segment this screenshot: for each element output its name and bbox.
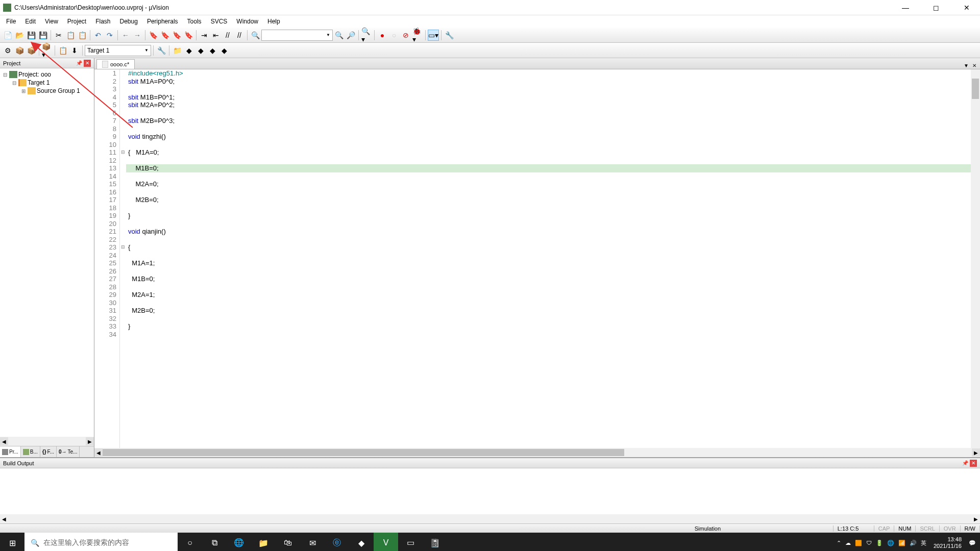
panel-close-icon[interactable]: ✕ <box>84 60 91 67</box>
build-output-text[interactable] <box>0 468 980 514</box>
translate-icon[interactable]: ⚙ <box>2 45 13 56</box>
project-tab-books[interactable]: B... <box>21 446 40 457</box>
menu-help[interactable]: Help <box>263 16 284 27</box>
system-tray[interactable]: ⌃ ☁ 🟧 🛡 🔋 🌐 📶 🔊 英 13:48 2021/11/16 💬 <box>832 536 980 549</box>
nav-fwd-icon[interactable]: → <box>132 30 143 41</box>
uvision-taskbar-icon[interactable]: ▭ <box>398 533 423 551</box>
save-icon[interactable]: 💾 <box>26 30 37 41</box>
tray-network-icon[interactable]: 🌐 <box>887 540 894 546</box>
build-icon[interactable]: 📦 <box>14 45 25 56</box>
tray-wifi-icon[interactable]: 📶 <box>898 540 905 546</box>
task-view-icon[interactable]: ⧉ <box>202 533 227 551</box>
close-button[interactable]: ✕ <box>957 1 977 15</box>
undo-icon[interactable]: ↶ <box>92 30 104 41</box>
source-text[interactable]: #include<reg51.h>sbit M1A=P0^0;sbit M1B=… <box>126 69 971 448</box>
project-tab-templates[interactable]: 0→Te... <box>57 446 80 457</box>
save-all-icon[interactable]: 💾 <box>37 30 48 41</box>
uncomment-icon[interactable]: // <box>234 30 245 41</box>
tray-onedrive-icon[interactable]: ☁ <box>845 540 851 546</box>
tray-ime[interactable]: 英 <box>921 539 926 547</box>
debug-icon[interactable]: 🔍▾ <box>361 30 372 41</box>
pin-icon[interactable]: 📌 <box>76 60 83 67</box>
target-select[interactable]: Target 1▼ <box>85 45 151 56</box>
bookmark-prev-icon[interactable]: 🔖 <box>159 30 170 41</box>
breakpoint-kill-icon[interactable]: ⊘ <box>400 30 411 41</box>
tray-clock[interactable]: 13:48 2021/11/16 <box>930 536 965 549</box>
tray-chevron-icon[interactable]: ⌃ <box>837 540 841 546</box>
tray-battery-icon[interactable]: 🔋 <box>876 540 883 546</box>
tray-volume-icon[interactable]: 🔊 <box>910 540 917 546</box>
bookmark-icon[interactable]: 🔖 <box>148 30 159 41</box>
target-options-icon[interactable]: 🔧 <box>156 45 167 56</box>
tree-root[interactable]: ⊟Project: ooo <box>2 70 92 79</box>
tree-group[interactable]: ⊞Source Group 1 <box>2 87 92 95</box>
start-button[interactable]: ⊞ <box>0 533 24 551</box>
maximize-button[interactable]: ◻ <box>926 1 946 15</box>
find-in-files-icon[interactable]: 🔍 <box>250 30 261 41</box>
tray-app-icon[interactable]: 🟧 <box>855 540 862 546</box>
bookmark-clear-icon[interactable]: 🔖 <box>183 30 194 41</box>
menu-window[interactable]: Window <box>232 16 262 27</box>
tree-target[interactable]: ⊟Target 1 <box>2 79 92 87</box>
taskbar-search[interactable]: 🔍 在这里输入你要搜索的内容 <box>24 533 178 551</box>
project-hscroll[interactable]: ◀▶ <box>0 437 94 446</box>
editor-hscroll[interactable]: ◀ ▶ <box>94 448 980 457</box>
tab-close-icon[interactable]: ✕ <box>971 62 978 69</box>
editor-vscroll[interactable] <box>971 69 980 448</box>
find-icon[interactable]: 🔍 <box>333 30 345 41</box>
menu-edit[interactable]: Edit <box>21 16 40 27</box>
app-icon-2[interactable]: V <box>374 533 398 551</box>
project-tab-functions[interactable]: {}F... <box>40 446 57 457</box>
manage4-icon[interactable]: ◆ <box>218 45 230 56</box>
rebuild-icon[interactable]: 📦 <box>26 45 37 56</box>
store-icon[interactable]: 🛍 <box>276 533 300 551</box>
tray-notifications-icon[interactable]: 💬 <box>969 540 976 546</box>
menu-file[interactable]: File <box>2 16 20 27</box>
build-target-icon[interactable]: 📦▾ <box>41 45 53 56</box>
tray-security-icon[interactable]: 🛡 <box>866 540 872 546</box>
manage-icon[interactable]: ◆ <box>183 45 194 56</box>
edge-icon[interactable]: 🌐 <box>227 533 251 551</box>
paste-icon[interactable]: 📋 <box>77 30 88 41</box>
menu-tools[interactable]: Tools <box>183 16 206 27</box>
mail-icon[interactable]: ✉ <box>300 533 325 551</box>
indent-icon[interactable]: ⇥ <box>199 30 210 41</box>
breakpoint-list-icon[interactable]: 🐞▾ <box>412 30 423 41</box>
minimize-button[interactable]: — <box>895 1 916 15</box>
find-combo[interactable]: ▼ <box>261 30 333 41</box>
menu-view[interactable]: View <box>41 16 62 27</box>
menu-peripherals[interactable]: Peripherals <box>143 16 182 27</box>
explorer-icon[interactable]: 📁 <box>251 533 276 551</box>
batch-build-icon[interactable]: 📋 <box>57 45 68 56</box>
outdent-icon[interactable]: ⇤ <box>210 30 222 41</box>
stop-build-icon[interactable]: ⬇ <box>69 45 80 56</box>
nav-back-icon[interactable]: ← <box>120 30 131 41</box>
comment-icon[interactable]: // <box>222 30 233 41</box>
project-tree[interactable]: ⊟Project: ooo ⊟Target 1 ⊞Source Group 1 <box>0 68 94 437</box>
project-tab-project[interactable]: Pr... <box>0 446 21 457</box>
pin-icon[interactable]: 📌 <box>962 460 969 467</box>
menu-flash[interactable]: Flash <box>91 16 114 27</box>
configure-icon[interactable]: 🔧 <box>444 30 455 41</box>
app-icon-1[interactable]: ◆ <box>349 533 374 551</box>
cut-icon[interactable]: ✂ <box>53 30 64 41</box>
editor-tab[interactable]: oooo.c* <box>96 59 135 69</box>
cortana-icon[interactable]: ○ <box>178 533 202 551</box>
breakpoint-icon[interactable]: ● <box>377 30 388 41</box>
fold-gutter[interactable]: ⊟⊟ <box>120 69 126 448</box>
menu-svcs[interactable]: SVCS <box>207 16 232 27</box>
incremental-find-icon[interactable]: 🔎 <box>345 30 356 41</box>
copy-icon[interactable]: 📋 <box>65 30 76 41</box>
breakpoint-disable-icon[interactable]: ○ <box>388 30 400 41</box>
file-ext-icon[interactable]: 📁 <box>172 45 183 56</box>
panel-close-icon[interactable]: ✕ <box>970 460 977 467</box>
open-file-icon[interactable]: 📂 <box>14 30 25 41</box>
redo-icon[interactable]: ↷ <box>104 30 115 41</box>
code-editor[interactable]: 1234567891011121314151617181920212223242… <box>94 69 980 448</box>
menu-project[interactable]: Project <box>63 16 90 27</box>
manage2-icon[interactable]: ◆ <box>195 45 206 56</box>
build-hscroll[interactable]: ◀ ▶ <box>0 514 980 523</box>
tab-dropdown-icon[interactable]: ▼ <box>963 62 970 69</box>
notepad-icon[interactable]: 📓 <box>423 533 447 551</box>
manage3-icon[interactable]: ◆ <box>207 45 218 56</box>
